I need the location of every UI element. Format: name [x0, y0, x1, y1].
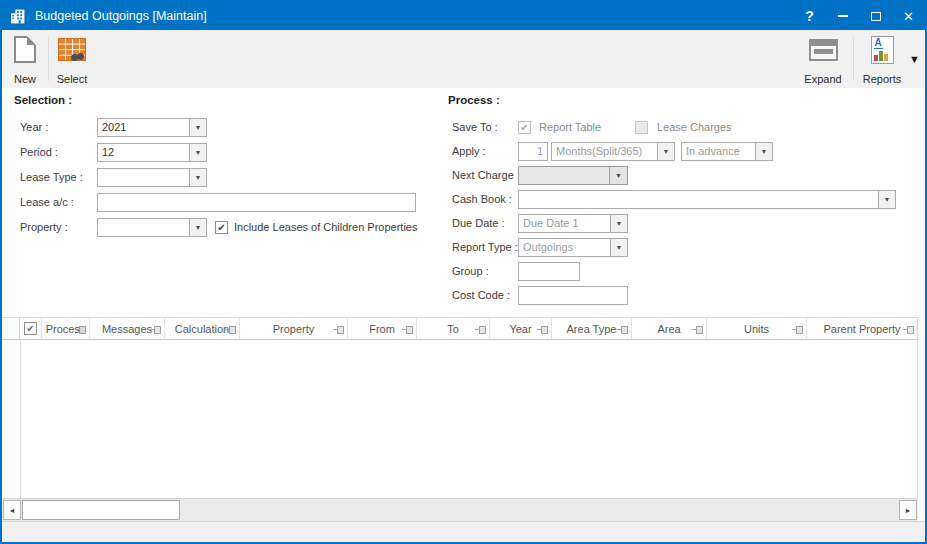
maximize-button[interactable] [859, 2, 892, 30]
column-header-area-type[interactable]: Area Type [552, 318, 632, 339]
close-button[interactable]: ✕ [892, 2, 925, 30]
dropdown-button[interactable]: ▼ [609, 166, 628, 185]
column-header-units[interactable]: Units [707, 318, 807, 339]
cost-code-input[interactable] [518, 286, 628, 305]
column-header-parent-property[interactable]: Parent Property [807, 318, 917, 339]
next-charge-value [519, 167, 610, 184]
expand-window-icon [809, 39, 838, 61]
apply-count-input[interactable]: 1 [518, 142, 548, 161]
cost-code-label: Cost Code : [452, 286, 510, 305]
title-bar: Budgeted Outgoings [Maintain] ? ✕ [2, 2, 925, 30]
column-header-area[interactable]: Area [632, 318, 707, 339]
pin-column-icon[interactable] [617, 326, 628, 334]
dropdown-button[interactable]: ▼ [189, 119, 206, 136]
report-type-combobox[interactable]: Outgoings ▼ [518, 238, 628, 257]
select-button[interactable]: Select [50, 34, 94, 86]
due-date-value: Due Date 1 [519, 215, 610, 232]
column-label: Area Type [567, 323, 617, 335]
lease-account-input[interactable] [97, 193, 416, 212]
scroll-right-button[interactable]: ► [899, 500, 917, 520]
dropdown-button[interactable]: ▼ [189, 144, 206, 161]
dropdown-button[interactable]: ▼ [657, 143, 674, 160]
group-input[interactable] [518, 262, 580, 281]
property-value [98, 219, 189, 236]
property-combobox[interactable]: ▼ [97, 218, 207, 237]
group-label: Group : [452, 262, 489, 281]
column-header-to[interactable]: To [417, 318, 490, 339]
column-header-messages[interactable]: Messages [90, 318, 165, 339]
toolbar-overflow-caret-icon[interactable]: ▼ [909, 53, 920, 65]
minimize-button[interactable] [826, 2, 859, 30]
column-header-calculation[interactable]: Calculation [165, 318, 240, 339]
new-document-icon [14, 36, 36, 63]
grid-select-all-column[interactable]: ✔ [20, 318, 42, 339]
pin-column-icon[interactable] [475, 326, 486, 334]
next-charge-combobox[interactable]: ▼ [518, 166, 628, 185]
scrollbar-thumb[interactable] [22, 500, 180, 520]
column-header-year[interactable]: Year [490, 318, 552, 339]
grid-row-indicator-header [2, 318, 20, 339]
horizontal-scrollbar[interactable]: ◄ ► [2, 498, 918, 521]
lease-type-combobox[interactable]: ▼ [97, 168, 207, 187]
report-type-value: Outgoings [519, 239, 610, 256]
dropdown-button[interactable]: ▼ [755, 143, 772, 160]
include-children-checkbox[interactable]: ✔ [215, 221, 228, 234]
dropdown-button[interactable]: ▼ [610, 215, 627, 232]
column-label: Messages [102, 323, 152, 335]
pin-column-icon[interactable] [225, 326, 236, 334]
reports-button[interactable]: A Reports [857, 34, 907, 86]
pin-column-icon[interactable] [537, 326, 548, 334]
lease-type-label: Lease Type : [20, 168, 83, 187]
pin-column-icon[interactable] [75, 326, 86, 334]
scroll-left-button[interactable]: ◄ [3, 500, 21, 520]
pin-column-icon[interactable] [792, 326, 803, 334]
apply-timing-combobox[interactable]: In advance ▼ [681, 142, 773, 161]
apply-unit-combobox[interactable]: Months(Split/365) ▼ [551, 142, 675, 161]
dropdown-button[interactable]: ▼ [610, 239, 627, 256]
status-bar [2, 521, 925, 542]
select-all-checkbox[interactable]: ✔ [24, 322, 37, 335]
period-combobox[interactable]: 12 ▼ [97, 143, 207, 162]
red-bar [874, 55, 878, 61]
dropdown-button[interactable]: ▼ [189, 219, 206, 236]
lease-charges-label: Lease Charges [657, 118, 732, 137]
chevron-down-icon: ▼ [616, 220, 623, 227]
toolbar-separator [48, 37, 49, 81]
select-button-label: Select [57, 73, 88, 85]
report-table-label: Report Table [539, 118, 601, 137]
property-label: Property : [20, 218, 68, 237]
new-button[interactable]: New [6, 34, 44, 86]
pin-column-icon[interactable] [150, 326, 161, 334]
column-header-process[interactable]: Process [42, 318, 90, 339]
toolbar: New Select Expand A Reports ▼ [2, 30, 925, 88]
scrollbar-track[interactable] [180, 499, 898, 521]
minimize-icon [838, 15, 848, 17]
year-combobox[interactable]: 2021 ▼ [97, 118, 207, 137]
due-date-label: Due Date : [452, 214, 505, 233]
dropdown-button[interactable]: ▼ [189, 169, 206, 186]
pin-column-icon[interactable] [903, 326, 914, 334]
lease-charges-checkbox[interactable] [635, 121, 648, 134]
help-button[interactable]: ? [793, 2, 826, 30]
column-label: Property [273, 323, 315, 335]
column-label: Parent Property [823, 323, 900, 335]
selection-section-header: Selection : [14, 94, 72, 106]
pin-column-icon[interactable] [333, 326, 344, 334]
dropdown-button[interactable]: ▼ [878, 191, 895, 208]
yellow-bar [884, 54, 888, 61]
pin-column-icon[interactable] [402, 326, 413, 334]
pin-column-icon[interactable] [692, 326, 703, 334]
process-section-header: Process : [448, 94, 500, 106]
column-header-from[interactable]: From [348, 318, 417, 339]
grid-header: ✔ Process Messages Calculation Property … [2, 317, 918, 340]
due-date-combobox[interactable]: Due Date 1 ▼ [518, 214, 628, 233]
window-controls: ? ✕ [793, 2, 925, 30]
column-header-property[interactable]: Property [240, 318, 348, 339]
expand-button[interactable]: Expand [798, 34, 848, 86]
report-table-checkbox[interactable]: ✔ [518, 121, 531, 134]
grid-body[interactable] [2, 340, 918, 498]
cash-book-combobox[interactable]: ▼ [518, 190, 896, 209]
year-label: Year : [20, 118, 48, 137]
chevron-down-icon: ▼ [195, 174, 202, 181]
column-label: Calculation [175, 323, 229, 335]
